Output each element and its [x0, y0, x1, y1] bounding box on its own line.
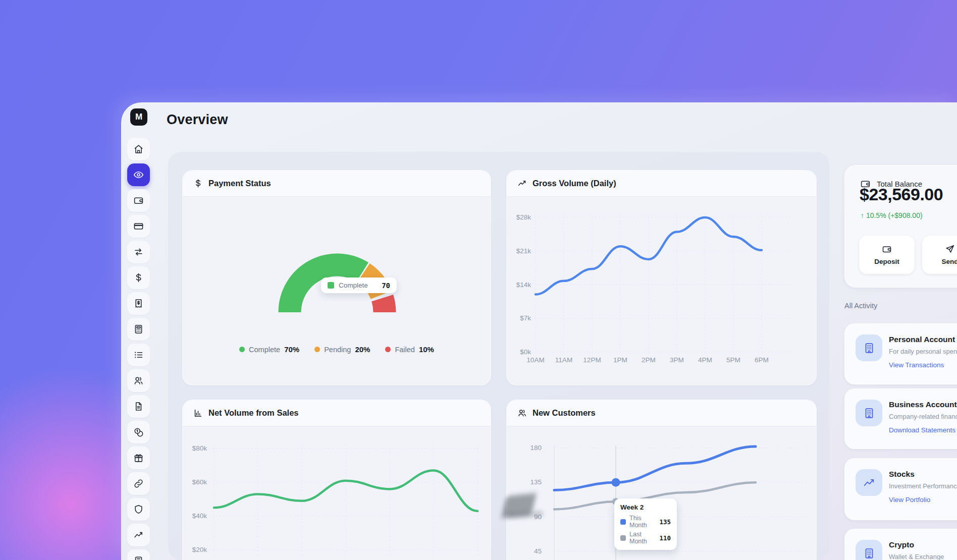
series-label: Last Month [629, 531, 656, 545]
axis-tick-label: $7k [508, 314, 531, 322]
axis-tick-label: 6PM [749, 356, 775, 364]
sidebar-item-calculator[interactable] [127, 318, 150, 341]
activity-subtitle: Investment Performance [889, 482, 957, 490]
sidebar-item-trending-up[interactable] [127, 524, 150, 546]
sidebar-item-link[interactable] [127, 472, 150, 495]
tooltip-row-this-month: This Month135 [620, 515, 671, 529]
legend-item-failed: Failed10% [385, 345, 434, 354]
week2-tooltip: Week 2 This Month135Last Month110 [614, 498, 677, 550]
gross-volume-card: Gross Volume (Daily) $28k$21k$14k$7k$0k1… [506, 170, 817, 385]
receipt-dollar-icon [133, 298, 144, 309]
trending-up-icon [517, 179, 527, 188]
sidebar-item-users[interactable] [127, 369, 150, 392]
legend-swatch-complete [328, 282, 334, 289]
dollar-icon [193, 179, 203, 188]
axis-tick-label: 180 [518, 444, 542, 452]
home-icon [133, 144, 144, 154]
series-value: 110 [659, 534, 671, 542]
trending-up-icon [856, 469, 882, 496]
total-balance-delta: ↑ 10.5% (+$908.00) [861, 211, 923, 219]
new-customers-card: New Customers Week 2 This Month135Last M… [506, 400, 817, 560]
activity-card-business-account[interactable]: Business AccountCompany-related finances… [844, 388, 957, 449]
wallet-icon [133, 195, 144, 206]
tooltip-row-last-month: Last Month110 [620, 531, 671, 545]
axis-tick-label: $14k [508, 281, 531, 289]
payment-status-legend: Complete70%Pending20%Failed10% [183, 345, 491, 354]
axis-tick-label: 3PM [664, 356, 690, 364]
sidebar-item-wallet[interactable] [127, 189, 150, 212]
axis-tick-label: 4PM [692, 356, 718, 364]
eye-icon [133, 170, 144, 180]
axis-tick-label: $21k [508, 247, 531, 255]
credit-card-icon [133, 221, 144, 232]
sidebar-item-home[interactable] [127, 138, 150, 160]
sidebar-item-coins[interactable] [127, 421, 150, 443]
axis-tick-label: $40k [184, 512, 207, 520]
page-title: Overview [167, 112, 228, 128]
dollar-icon [133, 272, 144, 283]
sidebar-item-device[interactable] [127, 549, 150, 560]
card-title: Net Volume from Sales [208, 408, 299, 418]
gross-volume-card-header: Gross Volume (Daily) [507, 171, 816, 197]
activity-subtitle: Wallet & Exchange [889, 553, 944, 560]
axis-tick-label: $20k [184, 546, 207, 554]
activity-subtitle: For daily personal spending [889, 348, 957, 355]
axis-tick-label: $60k [184, 478, 207, 486]
list-icon [133, 350, 144, 360]
app-logo[interactable]: M [130, 108, 147, 126]
series-label: This Month [629, 515, 656, 529]
sidebar-item-list[interactable] [127, 344, 150, 366]
gauge-tooltip-value: 70 [382, 282, 390, 290]
series-swatch [620, 519, 626, 525]
activity-title: Business Account [889, 400, 957, 409]
legend-label: Pending [324, 346, 351, 354]
axis-tick-label: $80k [184, 444, 207, 453]
legend-dot [239, 347, 245, 352]
sidebar-item-document[interactable] [127, 395, 150, 418]
legend-value: 20% [355, 345, 370, 354]
sidebar-item-transfer-arrows[interactable] [127, 241, 150, 263]
send-button[interactable]: Send [922, 236, 957, 274]
legend-label: Complete [249, 346, 280, 354]
building-icon [856, 540, 882, 560]
legend-value: 70% [284, 345, 299, 354]
axis-tick-label: $28k [508, 213, 531, 221]
activity-link[interactable]: View Portfolio [889, 496, 930, 503]
shield-icon [133, 504, 144, 515]
activity-title: Crypto [889, 540, 914, 549]
sidebar-item-receipt-dollar[interactable] [127, 292, 150, 315]
document-icon [133, 401, 144, 412]
sidebar-item-eye[interactable] [127, 163, 150, 186]
axis-tick-label: 10AM [522, 356, 549, 364]
action-label: Deposit [874, 258, 899, 265]
payment-status-card: Payment Status Complete 70 Complete70%Pe… [182, 170, 491, 385]
activity-link[interactable]: View Transactions [889, 361, 944, 369]
all-activity-heading: All Activity [844, 302, 877, 310]
gauge-tooltip: Complete 70 [321, 277, 397, 293]
sidebar-item-shield[interactable] [127, 498, 150, 521]
sidebar-item-gift[interactable] [127, 446, 150, 469]
bar-chart-icon [193, 408, 203, 418]
axis-tick-label: 1PM [607, 356, 633, 364]
deposit-button[interactable]: Deposit [859, 236, 915, 274]
card-title: New Customers [533, 408, 596, 418]
activity-card-stocks[interactable]: StocksInvestment PerformanceView Portfol… [844, 458, 957, 520]
series-swatch [620, 535, 626, 541]
sidebar-item-credit-card[interactable] [127, 215, 150, 238]
card-title: Gross Volume (Daily) [533, 179, 616, 188]
action-label: Send [941, 258, 957, 265]
gift-icon [133, 453, 144, 463]
wallet-icon [882, 244, 892, 254]
sidebar-item-dollar[interactable] [127, 266, 150, 289]
app-logo-letter: M [135, 112, 142, 122]
send-icon [945, 244, 955, 254]
users-icon [133, 375, 144, 386]
users-icon [517, 408, 527, 418]
activity-card-crypto[interactable]: CryptoWallet & Exchange [844, 529, 957, 560]
transfer-arrows-icon [133, 247, 144, 257]
legend-value: 10% [419, 345, 434, 354]
activity-card-personal-account[interactable]: Personal AccountFor daily personal spend… [844, 323, 957, 384]
calculator-icon [133, 324, 144, 334]
activity-link[interactable]: Download Statements [889, 426, 955, 434]
net-volume-card: Net Volume from Sales $80k$60k$40k$20k [182, 400, 491, 560]
